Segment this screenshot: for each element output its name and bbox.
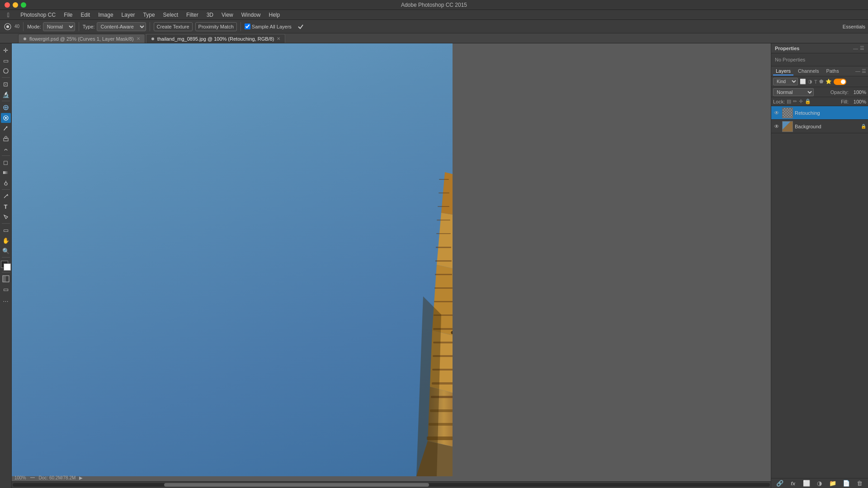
- quick-mask-tool[interactable]: [1, 274, 11, 284]
- brush-tool[interactable]: [1, 123, 11, 133]
- type-select[interactable]: Content-Aware Create Texture Proximity M…: [97, 22, 146, 31]
- document-tab-2[interactable]: thailand_mg_0895.jpg @ 100% (Retouching,…: [146, 34, 286, 43]
- tab-paths[interactable]: Paths: [824, 67, 842, 75]
- scrollbar-thumb[interactable]: [164, 483, 429, 487]
- retouching-thumbnail: [782, 108, 793, 118]
- opacity-value[interactable]: 100%: [850, 89, 866, 95]
- clone-stamp-tool[interactable]: [1, 134, 11, 144]
- canvas-area[interactable]: 100% Doc: 60.2M/78.2M ▶: [12, 43, 771, 488]
- menu-item-filter[interactable]: Filter: [183, 11, 202, 19]
- lock-position-icon[interactable]: ✛: [799, 99, 803, 104]
- dodge-tool[interactable]: [1, 178, 11, 188]
- screen-mode-tool[interactable]: ▭: [1, 284, 11, 294]
- add-layer-style-button[interactable]: fx: [788, 481, 797, 486]
- filter-smart-icon[interactable]: ⭐: [826, 79, 832, 84]
- toolbar: 40 Mode: Normal Replace Multiply Type: C…: [0, 20, 868, 33]
- zoom-tool[interactable]: 🔍: [1, 246, 11, 256]
- properties-menu-icon[interactable]: ☰: [860, 45, 864, 51]
- new-layer-button[interactable]: 📄: [842, 480, 851, 487]
- tab-2-close[interactable]: ✕: [277, 36, 280, 41]
- menu-item-type[interactable]: Type: [140, 11, 159, 19]
- menu-item-window[interactable]: Window: [238, 11, 264, 19]
- sample-all-layers-label[interactable]: Sample All Layers: [245, 23, 292, 29]
- layer-item-background[interactable]: 👁 Background 🔒: [771, 120, 868, 133]
- scrollbar-track[interactable]: [13, 483, 770, 487]
- menu-item-view[interactable]: View: [218, 11, 237, 19]
- background-color[interactable]: [4, 263, 11, 271]
- rectangular-marquee-tool[interactable]: ▭: [1, 56, 11, 66]
- essentials-button[interactable]: Essentials: [843, 24, 865, 29]
- menu-item-layer[interactable]: Layer: [118, 11, 139, 19]
- window-controls[interactable]: [5, 2, 26, 8]
- checkmark-icon[interactable]: [296, 22, 305, 31]
- new-group-button[interactable]: 📁: [828, 480, 837, 487]
- crop-tool[interactable]: ⊡: [1, 79, 11, 89]
- layers-list[interactable]: 👁 Retouching 👁 Background 🔒: [771, 106, 868, 478]
- tab-channels[interactable]: Channels: [795, 67, 821, 75]
- menu-item-select[interactable]: Select: [160, 11, 182, 19]
- move-tool[interactable]: ✛: [1, 45, 11, 55]
- menu-item-edit[interactable]: Edit: [77, 11, 94, 19]
- healing-brush-icon[interactable]: [3, 22, 13, 32]
- hand-tool[interactable]: ✋: [1, 235, 11, 245]
- link-layers-button[interactable]: 🔗: [775, 480, 784, 487]
- path-selection-tool[interactable]: [1, 212, 11, 222]
- add-mask-button[interactable]: ⬜: [802, 480, 811, 487]
- filter-shape-icon[interactable]: ⬟: [819, 79, 824, 84]
- maximize-button[interactable]: [21, 2, 26, 8]
- sample-all-layers-checkbox[interactable]: [245, 23, 250, 29]
- lock-all-icon[interactable]: 🔒: [805, 99, 811, 104]
- mode-select[interactable]: Normal Replace Multiply: [43, 22, 75, 31]
- create-texture-button[interactable]: Create Texture: [154, 22, 193, 31]
- horizontal-scrollbar[interactable]: [12, 481, 771, 488]
- layers-panel: Layers Channels Paths — ☰ Kind Name Effe…: [771, 66, 868, 488]
- svg-marker-15: [7, 194, 8, 196]
- retouching-visibility-toggle[interactable]: 👁: [773, 110, 780, 116]
- filter-toggle[interactable]: [834, 79, 846, 85]
- rectangle-shape-tool[interactable]: ▭: [1, 225, 11, 235]
- layers-kind-filter[interactable]: Kind Name Effect: [773, 78, 798, 85]
- toolbox: ✛ ▭ ⊡ 🔬: [0, 43, 12, 488]
- history-brush-tool[interactable]: [1, 144, 11, 154]
- filter-pixel-icon[interactable]: ⬜: [800, 79, 806, 84]
- eyedropper-tool[interactable]: 🔬: [1, 89, 11, 99]
- filter-adjust-icon[interactable]: ◑: [808, 79, 812, 84]
- document-tab-1[interactable]: flowergirl.psd @ 25% (Curves 1, Layer Ma…: [18, 34, 145, 43]
- menu-item-3d[interactable]: 3D: [203, 11, 217, 19]
- close-button[interactable]: [5, 2, 10, 8]
- color-swatches[interactable]: [1, 261, 11, 271]
- tab-layers[interactable]: Layers: [773, 67, 793, 75]
- tab-1-close[interactable]: ✕: [137, 36, 140, 41]
- properties-collapse-icon[interactable]: —: [853, 46, 858, 51]
- toolbar-divider-2: [79, 22, 79, 31]
- menu-item-file[interactable]: File: [60, 11, 76, 19]
- menu-item-apple[interactable]: : [4, 10, 13, 19]
- photoshop-canvas[interactable]: [12, 43, 453, 476]
- lasso-tool[interactable]: [1, 66, 11, 76]
- blend-mode-select[interactable]: Normal Multiply Screen: [773, 88, 814, 96]
- pen-tool[interactable]: [1, 191, 11, 201]
- layers-panel-collapse-icon[interactable]: —: [855, 68, 860, 74]
- background-visibility-toggle[interactable]: 👁: [773, 123, 780, 130]
- menubar:  Photoshop CC File Edit Image Layer Typ…: [0, 10, 868, 20]
- lock-pixels-icon[interactable]: ✏: [793, 99, 797, 104]
- text-tool[interactable]: T: [1, 202, 11, 211]
- menu-item-photoshop[interactable]: Photoshop CC: [17, 11, 59, 19]
- fill-value[interactable]: 100%: [850, 99, 866, 104]
- eraser-tool[interactable]: ◻: [1, 157, 11, 167]
- menu-item-help[interactable]: Help: [265, 11, 283, 19]
- lock-row: Lock: ▤ ✏ ✛ 🔒 Fill: 100%: [771, 97, 868, 106]
- healing-brush-tool[interactable]: [1, 103, 11, 113]
- delete-layer-button[interactable]: 🗑: [855, 480, 864, 487]
- minimize-button[interactable]: [13, 2, 18, 8]
- menu-item-image[interactable]: Image: [94, 11, 117, 19]
- new-adjustment-layer-button[interactable]: ◑: [815, 480, 824, 487]
- filter-type-icon[interactable]: T: [814, 79, 817, 84]
- layer-item-retouching[interactable]: 👁 Retouching: [771, 106, 868, 120]
- layers-panel-menu-icon[interactable]: ☰: [862, 68, 866, 74]
- gradient-tool[interactable]: [1, 168, 11, 178]
- proximity-match-button[interactable]: Proximity Match: [195, 22, 237, 31]
- spot-healing-tool[interactable]: [1, 113, 11, 123]
- more-tools[interactable]: …: [1, 295, 11, 305]
- lock-transparency-icon[interactable]: ▤: [787, 99, 791, 104]
